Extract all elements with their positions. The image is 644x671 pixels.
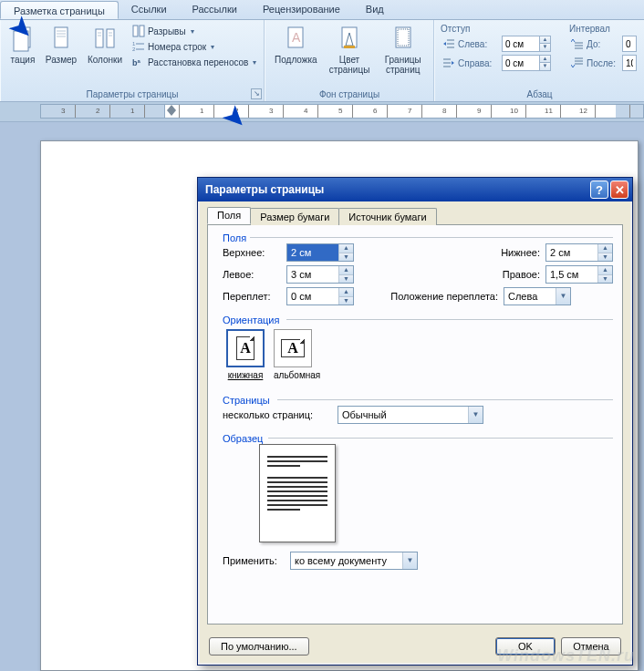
- spacing-after-spinner[interactable]: [622, 55, 637, 71]
- margin-bottom-spinner[interactable]: ▲▼: [545, 243, 613, 262]
- pages-group-title: Страницы: [223, 395, 613, 406]
- watermark-button[interactable]: A Подложка: [271, 22, 321, 99]
- spacing-before-icon: [571, 37, 584, 50]
- indent-right-label: Справа:: [458, 58, 499, 68]
- default-button[interactable]: По умолчанию...: [209, 637, 309, 656]
- orientation-landscape-label: альбомная: [274, 370, 320, 380]
- ok-button[interactable]: OK: [495, 637, 556, 656]
- indent-left-up[interactable]: ▲: [539, 36, 550, 44]
- ribbon-tab-review[interactable]: Рецензирование: [250, 0, 353, 19]
- indent-right-spinner[interactable]: ▲▼: [502, 55, 551, 71]
- margin-left-input[interactable]: [287, 266, 338, 283]
- columns-button[interactable]: Колонки: [83, 22, 127, 99]
- indent-left-icon: [442, 37, 455, 50]
- margin-bottom-label: Нижнее:: [482, 247, 540, 258]
- margin-left-label: Левое:: [223, 269, 281, 280]
- dialog-title: Параметры страницы: [202, 183, 588, 196]
- group-page-bg-label: Фон страницы: [265, 89, 433, 99]
- svg-rect-6: [96, 29, 103, 47]
- indent-header: Отступ: [441, 24, 553, 34]
- apply-to-value: ко всему документу: [291, 555, 402, 566]
- indent-left-input[interactable]: [503, 39, 539, 49]
- gutter-input[interactable]: [287, 288, 338, 305]
- dialog-tab-paper[interactable]: Размер бумаги: [250, 208, 339, 225]
- ruler-indent-marker[interactable]: [165, 103, 174, 112]
- cancel-button[interactable]: Отмена: [561, 637, 621, 656]
- margin-left-spinner[interactable]: ▲▼: [286, 265, 354, 284]
- dialog-tab-margins[interactable]: Поля: [207, 207, 251, 224]
- margins-group-title: Поля: [223, 232, 613, 243]
- page-borders-label: Границы страниц: [381, 55, 424, 75]
- ribbon-content: тация Размер Колонки Разрывы 12: [0, 20, 644, 102]
- margin-top-spinner[interactable]: ▲▼: [286, 243, 354, 262]
- dropdown-icon[interactable]: ▼: [468, 407, 483, 423]
- breaks-button[interactable]: Разрывы: [130, 24, 258, 38]
- svg-text:A: A: [292, 30, 301, 45]
- dialog-close-button[interactable]: ✕: [610, 181, 628, 199]
- orientation-landscape[interactable]: A альбомная: [274, 329, 320, 380]
- watermark-label: Подложка: [275, 55, 317, 65]
- ribbon-tab-page-layout[interactable]: Разметка страницы: [0, 1, 119, 19]
- page-color-label: Цвет страницы: [328, 55, 371, 75]
- indent-right-up[interactable]: ▲: [539, 56, 550, 63]
- svg-rect-1: [14, 31, 28, 51]
- svg-rect-13: [140, 26, 144, 36]
- hyphenation-button[interactable]: bª Расстановка переносов: [130, 55, 258, 69]
- page-borders-button[interactable]: Границы страниц: [378, 22, 428, 99]
- line-numbers-button[interactable]: 12 Номера строк: [130, 39, 258, 54]
- spacing-before-spinner[interactable]: [622, 36, 637, 52]
- gutter-spinner[interactable]: ▲▼: [286, 287, 354, 305]
- page-color-button[interactable]: Цвет страницы: [325, 22, 375, 99]
- page-setup-launcher[interactable]: ↘: [251, 88, 262, 99]
- spacing-after-input[interactable]: [623, 58, 636, 68]
- hyphenation-label: Расстановка переносов: [148, 57, 248, 67]
- orientation-portrait-label: книжная: [226, 370, 265, 380]
- group-page-bg: A Подложка Цвет страницы Границы страниц…: [265, 20, 434, 101]
- preview-group-title: Образец: [223, 433, 613, 444]
- dialog-titlebar[interactable]: Параметры страницы ? ✕: [198, 178, 632, 201]
- gutter-pos-combo[interactable]: Слева▼: [504, 287, 571, 305]
- ruler-area: 321 123 456 789 101112: [0, 102, 644, 122]
- dialog-help-button[interactable]: ?: [590, 181, 608, 199]
- indent-right-input[interactable]: [503, 58, 539, 68]
- margin-right-label: Правое:: [482, 269, 540, 280]
- line-numbers-label: Номера строк: [148, 42, 206, 52]
- orientation-group-title: Ориентация: [223, 315, 613, 325]
- margin-top-input[interactable]: [287, 244, 338, 261]
- spacing-before-input[interactable]: [623, 39, 636, 49]
- group-page-setup: тация Размер Колонки Разрывы 12: [0, 20, 265, 101]
- gutter-label: Переплет:: [223, 291, 281, 302]
- indent-right-down[interactable]: ▼: [539, 63, 550, 70]
- ribbon-tab-view[interactable]: Вид: [353, 0, 397, 19]
- margin-bottom-input[interactable]: [546, 244, 597, 261]
- ribbon-tab-mailings[interactable]: Рассылки: [180, 0, 250, 19]
- ribbon-tab-links[interactable]: Ссылки: [119, 0, 180, 19]
- svg-rect-12: [133, 26, 138, 36]
- indent-left-spinner[interactable]: ▲▼: [502, 36, 551, 52]
- group-page-setup-label: Параметры страницы: [1, 89, 264, 99]
- orientation-button[interactable]: тация: [6, 22, 39, 99]
- spacing-after-icon: [571, 57, 584, 69]
- spacing-before-label: До:: [587, 39, 619, 49]
- orientation-portrait[interactable]: A книжная: [226, 329, 265, 380]
- svg-rect-21: [342, 27, 357, 47]
- dropdown-icon[interactable]: ▼: [556, 288, 570, 305]
- breaks-label: Разрывы: [148, 26, 186, 36]
- margin-right-spinner[interactable]: ▲▼: [545, 265, 613, 284]
- margin-top-label: Верхнее:: [223, 247, 281, 258]
- indent-left-label: Слева:: [458, 39, 499, 49]
- dropdown-icon[interactable]: ▼: [402, 552, 417, 569]
- indent-left-down[interactable]: ▼: [539, 44, 550, 51]
- multi-pages-combo[interactable]: Обычный▼: [338, 406, 483, 424]
- size-label: Размер: [46, 55, 77, 65]
- margin-right-input[interactable]: [546, 266, 597, 283]
- dialog-tab-source[interactable]: Источник бумаги: [338, 208, 436, 225]
- spacing-header: Интервал: [569, 24, 639, 34]
- multi-pages-value: Обычный: [338, 409, 468, 420]
- svg-text:2: 2: [132, 46, 136, 52]
- spacing-after-label: После:: [587, 58, 619, 68]
- columns-label: Колонки: [88, 55, 122, 65]
- size-button[interactable]: Размер: [39, 22, 83, 99]
- horizontal-ruler[interactable]: 321 123 456 789 101112: [40, 104, 644, 119]
- apply-to-combo[interactable]: ко всему документу▼: [290, 552, 418, 570]
